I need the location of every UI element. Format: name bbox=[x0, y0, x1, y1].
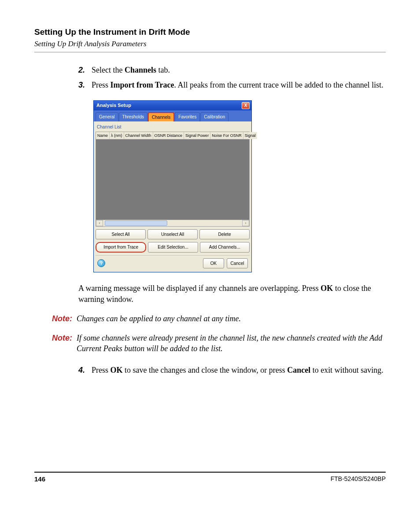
col-name[interactable]: Name bbox=[96, 132, 110, 139]
tab-general[interactable]: General bbox=[96, 112, 118, 122]
tab-thresholds[interactable]: Thresholds bbox=[119, 112, 147, 122]
horizontal-scrollbar[interactable]: ‹ › bbox=[96, 220, 250, 227]
step-number: 4. bbox=[78, 365, 92, 375]
ok-button[interactable]: OK bbox=[203, 258, 224, 269]
analysis-setup-dialog: Analysis Setup X General Thresholds Chan… bbox=[93, 100, 252, 273]
page-title: Setting Up the Instrument in Drift Mode bbox=[34, 27, 386, 37]
step-text: Press OK to save the changes and close t… bbox=[92, 365, 386, 375]
group-label: Channel List bbox=[96, 123, 250, 132]
dialog-title: Analysis Setup bbox=[96, 102, 131, 109]
col-signal-power[interactable]: Signal Power bbox=[184, 132, 210, 139]
note-2: Note: If some channels were already pres… bbox=[52, 333, 386, 354]
col-osnr-distance[interactable]: OSNR Distance bbox=[153, 132, 184, 139]
cancel-button[interactable]: Cancel bbox=[227, 258, 248, 269]
edit-selection-button[interactable]: Edit Selection... bbox=[148, 242, 198, 253]
scroll-thumb[interactable] bbox=[105, 220, 167, 226]
delete-button[interactable]: Delete bbox=[199, 229, 250, 240]
step-number: 3. bbox=[78, 80, 92, 90]
warning-paragraph: A warning message will be displayed if a… bbox=[78, 283, 386, 305]
unselect-all-button[interactable]: Unselect All bbox=[147, 229, 198, 240]
note-label: Note: bbox=[52, 313, 77, 324]
scroll-left-icon[interactable]: ‹ bbox=[96, 220, 103, 226]
footer-divider bbox=[34, 472, 386, 473]
help-icon[interactable]: ? bbox=[97, 259, 105, 267]
close-icon[interactable]: X bbox=[242, 102, 250, 109]
note-text: If some channels were already present in… bbox=[77, 333, 386, 354]
step-4: 4. Press OK to save the changes and clos… bbox=[78, 365, 386, 375]
tab-favorites[interactable]: Favorites bbox=[175, 112, 200, 122]
step-text: Press Import from Trace. All peaks from … bbox=[92, 80, 386, 90]
divider bbox=[34, 52, 386, 52]
tab-strip: General Thresholds Channels Favorites Ca… bbox=[94, 110, 251, 122]
col-signal[interactable]: Signal bbox=[243, 132, 257, 139]
add-channels-button[interactable]: Add Channels... bbox=[200, 242, 250, 253]
page-number: 146 bbox=[34, 475, 45, 483]
table-header: Name λ (nm) Channel Width OSNR Distance … bbox=[96, 132, 250, 139]
tab-calibration[interactable]: Calibration bbox=[200, 112, 228, 122]
step-text: Select the Channels tab. bbox=[92, 65, 386, 75]
col-noise-osnr[interactable]: Noise For OSNR bbox=[210, 132, 243, 139]
note-1: Note: Changes can be applied to any chan… bbox=[52, 313, 386, 324]
col-lambda[interactable]: λ (nm) bbox=[110, 132, 124, 139]
note-label: Note: bbox=[52, 333, 77, 354]
dialog-titlebar[interactable]: Analysis Setup X bbox=[94, 101, 251, 110]
col-channel-width[interactable]: Channel Width bbox=[124, 132, 153, 139]
document-id: FTB-5240S/5240BP bbox=[331, 475, 386, 483]
page-subtitle: Setting Up Drift Analysis Parameters bbox=[34, 40, 386, 48]
step-2: 2. Select the Channels tab. bbox=[78, 65, 386, 75]
tab-channels[interactable]: Channels bbox=[148, 112, 174, 122]
table-body bbox=[96, 139, 250, 220]
select-all-button[interactable]: Select All bbox=[96, 229, 146, 240]
step-number: 2. bbox=[78, 65, 92, 75]
step-3: 3. Press Import from Trace. All peaks fr… bbox=[78, 80, 386, 90]
scroll-right-icon[interactable]: › bbox=[242, 220, 249, 226]
import-from-trace-button[interactable]: Import from Trace bbox=[96, 242, 146, 253]
note-text: Changes can be applied to any channel at… bbox=[77, 313, 386, 324]
